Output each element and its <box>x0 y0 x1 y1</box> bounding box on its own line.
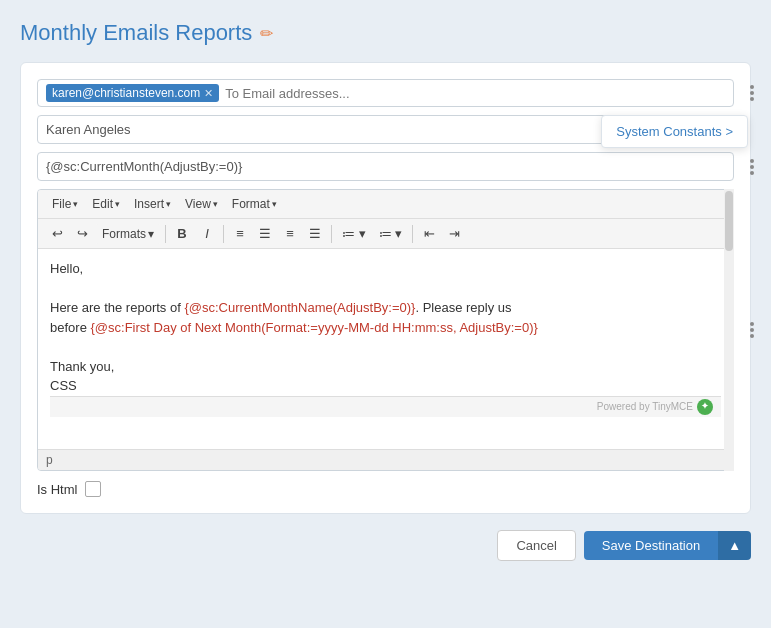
editor-footer-tag: p <box>46 453 53 467</box>
editor-body[interactable]: Hello, Here are the reports of {@sc:Curr… <box>38 249 733 449</box>
to-email-input[interactable] <box>225 86 725 101</box>
sc-current-month-name: {@sc:CurrentMonthName(AdjustBy:=0)} <box>184 300 415 315</box>
subject-value: {@sc:CurrentMonth(AdjustBy:=0)} <box>46 159 242 174</box>
is-html-row: Is Html <box>37 481 734 497</box>
is-html-label: Is Html <box>37 482 77 497</box>
toolbar-separator-3 <box>331 225 332 243</box>
save-destination-arrow-button[interactable]: ▲ <box>718 531 751 560</box>
tinymce-label: Powered by TinyMCE <box>597 399 693 414</box>
align-justify-button[interactable]: ☰ <box>304 223 326 244</box>
bullet-list-button[interactable]: ≔ ▾ <box>337 223 371 244</box>
bold-button[interactable]: B <box>171 223 193 244</box>
subject-row-wrapper: {@sc:CurrentMonth(AdjustBy:=0)} <box>37 152 734 181</box>
email-tag: karen@christiansteven.com ✕ <box>46 84 219 102</box>
remove-email-button[interactable]: ✕ <box>204 87 213 100</box>
editor-line-report: Here are the reports of {@sc:CurrentMont… <box>50 298 721 318</box>
formats-chevron: ▾ <box>148 227 154 241</box>
indent-button[interactable]: ⇥ <box>443 223 465 244</box>
is-html-checkbox[interactable] <box>85 481 101 497</box>
redo-button[interactable]: ↪ <box>71 223 93 244</box>
menu-format[interactable]: Format ▾ <box>226 194 283 214</box>
editor-line-before: before {@sc:First Day of Next Month(Form… <box>50 318 721 338</box>
numbered-list-button[interactable]: ≔ ▾ <box>374 223 408 244</box>
editor-wrapper: File ▾ Edit ▾ Insert ▾ View ▾ Format ▾ ↩… <box>37 189 734 471</box>
outdent-button[interactable]: ⇤ <box>418 223 440 244</box>
save-destination-button[interactable]: Save Destination <box>584 531 718 560</box>
menu-insert[interactable]: Insert ▾ <box>128 194 177 214</box>
menu-file[interactable]: File ▾ <box>46 194 84 214</box>
format-chevron: ▾ <box>272 199 277 209</box>
scroll-thumb <box>725 191 733 251</box>
toolbar-separator-2 <box>223 225 224 243</box>
insert-chevron: ▾ <box>166 199 171 209</box>
subject-field: {@sc:CurrentMonth(AdjustBy:=0)} <box>37 152 734 181</box>
menu-edit[interactable]: Edit ▾ <box>86 194 126 214</box>
align-center-button[interactable]: ☰ <box>254 223 276 244</box>
formats-dropdown[interactable]: Formats ▾ <box>96 224 160 244</box>
toolbar-separator-4 <box>412 225 413 243</box>
from-value: Karen Angeles <box>46 122 131 137</box>
main-card: karen@christiansteven.com ✕ System Const… <box>20 62 751 514</box>
save-button-group: Save Destination ▲ <box>584 531 751 560</box>
editor-line-css: CSS <box>50 376 721 396</box>
editor-scrollbar[interactable] <box>724 189 734 471</box>
editor-line-thanks: Thank you, <box>50 357 721 377</box>
bottom-bar: Cancel Save Destination ▲ <box>20 530 751 561</box>
tinymce-icon: ✦ <box>697 399 713 415</box>
cancel-button[interactable]: Cancel <box>497 530 575 561</box>
editor-toolbar: ↩ ↪ Formats ▾ B I ≡ ☰ ≡ ☰ ≔ ▾ ≔ ▾ ⇤ <box>38 219 733 249</box>
editor-menubar: File ▾ Edit ▾ Insert ▾ View ▾ Format ▾ <box>38 190 733 219</box>
editor-menu-button[interactable] <box>746 318 758 342</box>
editor-footer-bar: p <box>38 449 733 470</box>
to-field-menu-button[interactable] <box>746 81 758 105</box>
align-right-button[interactable]: ≡ <box>279 223 301 244</box>
page-title: Monthly Emails Reports ✏ <box>20 20 751 46</box>
tinymce-bar: Powered by TinyMCE ✦ <box>50 396 721 417</box>
editor-container: File ▾ Edit ▾ Insert ▾ View ▾ Format ▾ ↩… <box>37 189 734 471</box>
system-constants-label: System Constants > <box>616 124 733 139</box>
editor-line-blank1 <box>50 279 721 299</box>
email-tag-text: karen@christiansteven.com <box>52 86 200 100</box>
system-constants-popover[interactable]: System Constants > <box>601 115 748 148</box>
file-chevron: ▾ <box>73 199 78 209</box>
page-container: Monthly Emails Reports ✏ karen@christian… <box>0 0 771 628</box>
subject-menu-button[interactable] <box>746 155 758 179</box>
editor-line-hello: Hello, <box>50 259 721 279</box>
title-text: Monthly Emails Reports <box>20 20 252 46</box>
undo-button[interactable]: ↩ <box>46 223 68 244</box>
toolbar-separator-1 <box>165 225 166 243</box>
italic-button[interactable]: I <box>196 223 218 244</box>
edit-chevron: ▾ <box>115 199 120 209</box>
sc-first-day: {@sc:First Day of Next Month(Format:=yyy… <box>90 320 537 335</box>
to-field-wrapper: karen@christiansteven.com ✕ System Const… <box>37 79 734 107</box>
to-row: karen@christiansteven.com ✕ <box>37 79 734 107</box>
edit-icon[interactable]: ✏ <box>260 24 273 43</box>
view-chevron: ▾ <box>213 199 218 209</box>
editor-line-blank2 <box>50 337 721 357</box>
editor-body-wrapper: Hello, Here are the reports of {@sc:Curr… <box>38 249 733 449</box>
menu-view[interactable]: View ▾ <box>179 194 224 214</box>
align-left-button[interactable]: ≡ <box>229 223 251 244</box>
